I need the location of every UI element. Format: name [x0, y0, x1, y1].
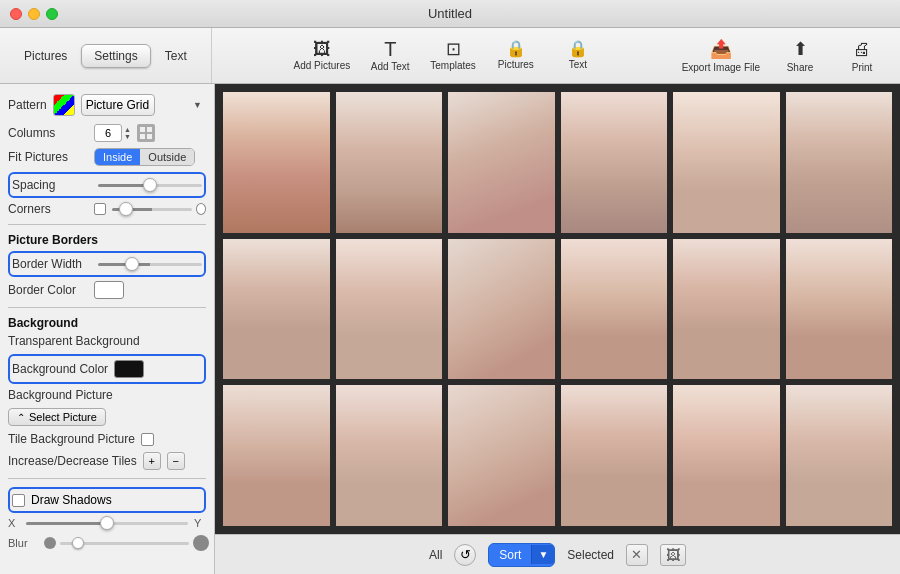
columns-up-arrow[interactable]: ▲: [124, 126, 131, 133]
select-chevron-icon: ▼: [193, 100, 202, 110]
toolbar-actions: 🖼 Add Pictures T Add Text ⊡ Templates 🔒 …: [212, 39, 682, 72]
x-slider-container: [26, 522, 188, 525]
photo-9: [448, 239, 555, 380]
tab-pictures[interactable]: Pictures: [12, 45, 79, 67]
print-action[interactable]: 🖨 Print: [840, 39, 884, 73]
corners-row: Corners: [8, 202, 206, 216]
blur-row: Blur: [8, 535, 206, 551]
photo-5: [673, 92, 780, 233]
photo-cell-3[interactable]: [448, 92, 555, 233]
y-label: Y: [194, 517, 206, 529]
templates-action[interactable]: ⊡ Templates: [430, 40, 476, 71]
photo-cell-6[interactable]: [786, 92, 893, 233]
close-button[interactable]: [10, 8, 22, 20]
tab-settings[interactable]: Settings: [81, 44, 150, 68]
photo-cell-9[interactable]: [448, 239, 555, 380]
image-selected-button[interactable]: 🖼: [660, 544, 686, 566]
background-color-label: Background Color: [12, 362, 108, 376]
border-width-row: Border Width: [12, 257, 202, 271]
sort-dropdown-icon[interactable]: ▼: [531, 545, 554, 564]
spacing-slider[interactable]: [98, 184, 202, 187]
photo-2: [336, 92, 443, 233]
photo-3: [448, 92, 555, 233]
add-text-action[interactable]: T Add Text: [368, 39, 412, 72]
blur-slider[interactable]: [60, 542, 189, 545]
decrease-tile-button[interactable]: −: [167, 452, 185, 470]
photo-cell-8[interactable]: [336, 239, 443, 380]
transparent-bg-row: Transparent Background: [8, 334, 206, 348]
pattern-select[interactable]: Picture Grid: [81, 94, 155, 116]
photo-cell-18[interactable]: [786, 385, 893, 526]
text-lock-icon: 🔒: [568, 41, 588, 57]
border-width-slider[interactable]: [98, 263, 202, 266]
sort-label: Sort: [489, 544, 531, 566]
minimize-button[interactable]: [28, 8, 40, 20]
photo-cell-10[interactable]: [561, 239, 668, 380]
draw-shadows-label: Draw Shadows: [31, 493, 112, 507]
photo-cell-1[interactable]: [223, 92, 330, 233]
add-pictures-action[interactable]: 🖼 Add Pictures: [294, 40, 351, 71]
canvas-area: All ↺ Sort ▼ Selected ✕ 🖼: [215, 84, 900, 574]
spacing-row: Spacing: [12, 178, 202, 192]
grid-layout-icon[interactable]: [137, 124, 155, 142]
svg-rect-3: [147, 134, 152, 139]
photo-cell-15[interactable]: [448, 385, 555, 526]
photo-cell-17[interactable]: [673, 385, 780, 526]
templates-icon: ⊡: [446, 40, 461, 58]
share-action[interactable]: ⬆ Share: [778, 38, 822, 73]
background-label: Background: [8, 316, 206, 330]
tile-bg-checkbox[interactable]: [141, 433, 154, 446]
corners-checkbox[interactable]: [94, 203, 106, 215]
divider-1: [8, 224, 206, 225]
tab-group: Pictures Settings Text: [0, 28, 212, 83]
photo-cell-13[interactable]: [223, 385, 330, 526]
columns-arrows: ▲ ▼: [124, 126, 131, 140]
select-picture-shortcut-icon: ⌃: [17, 412, 25, 423]
fit-outside-btn[interactable]: Outside: [140, 149, 194, 165]
blur-right-icon: [193, 535, 209, 551]
photo-cell-14[interactable]: [336, 385, 443, 526]
spacing-label: Spacing: [12, 178, 92, 192]
pattern-icon[interactable]: [53, 94, 75, 116]
background-color-swatch[interactable]: [114, 360, 144, 378]
columns-down-arrow[interactable]: ▼: [124, 133, 131, 140]
select-picture-label: Select Picture: [29, 411, 97, 423]
photo-17: [673, 385, 780, 526]
x-slider[interactable]: [26, 522, 188, 525]
divider-3: [8, 478, 206, 479]
select-picture-button[interactable]: ⌃ Select Picture: [8, 408, 106, 426]
corners-slider[interactable]: [112, 208, 192, 211]
increase-tile-button[interactable]: +: [143, 452, 161, 470]
text-action[interactable]: 🔒 Text: [556, 41, 600, 70]
add-text-label: Add Text: [371, 61, 410, 72]
photo-cell-11[interactable]: [673, 239, 780, 380]
share-icon: ⬆: [793, 38, 808, 60]
photo-6: [786, 92, 893, 233]
columns-input[interactable]: [94, 124, 122, 142]
photo-cell-12[interactable]: [786, 239, 893, 380]
tab-text[interactable]: Text: [153, 45, 199, 67]
photo-cell-2[interactable]: [336, 92, 443, 233]
photo-cell-4[interactable]: [561, 92, 668, 233]
pictures-action[interactable]: 🔒 Pictures: [494, 41, 538, 70]
spacing-slider-container: [98, 184, 202, 187]
photo-cell-7[interactable]: [223, 239, 330, 380]
print-icon: 🖨: [853, 39, 871, 60]
border-color-label: Border Color: [8, 283, 88, 297]
border-width-label: Border Width: [12, 257, 92, 271]
photo-7: [223, 239, 330, 380]
maximize-button[interactable]: [46, 8, 58, 20]
picture-borders-section: Picture Borders Border Width Border Colo…: [8, 233, 206, 299]
photo-cell-16[interactable]: [561, 385, 668, 526]
refresh-button[interactable]: ↺: [454, 544, 476, 566]
photo-cell-5[interactable]: [673, 92, 780, 233]
corners-end-checkbox[interactable]: [196, 203, 206, 215]
border-color-swatch[interactable]: [94, 281, 124, 299]
delete-selected-button[interactable]: ✕: [626, 544, 648, 566]
background-picture-row: Background Picture: [8, 388, 206, 402]
export-action[interactable]: 📤 Export Image File: [682, 38, 760, 73]
columns-row: Columns ▲ ▼: [8, 124, 206, 142]
sort-button[interactable]: Sort ▼: [488, 543, 555, 567]
fit-inside-btn[interactable]: Inside: [95, 149, 140, 165]
draw-shadows-checkbox[interactable]: [12, 494, 25, 507]
